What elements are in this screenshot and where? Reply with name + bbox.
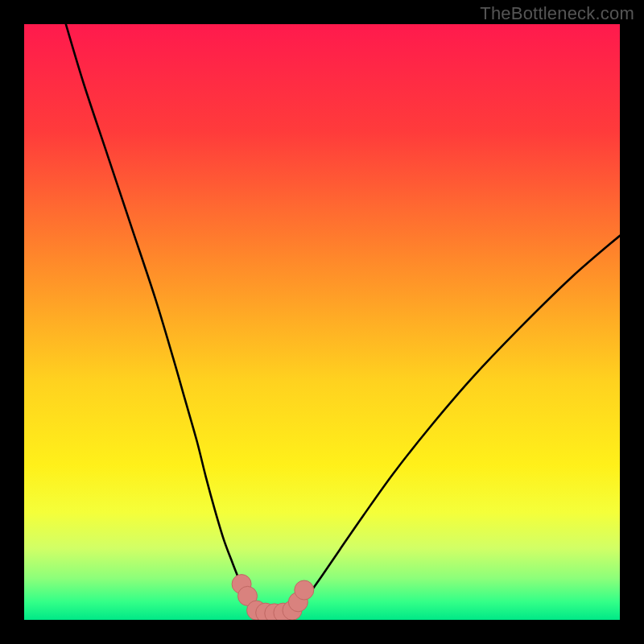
marker-dot bbox=[295, 580, 314, 600]
chart-frame: TheBottleneck.com bbox=[0, 0, 644, 644]
watermark-text: TheBottleneck.com bbox=[480, 3, 634, 24]
chart-svg bbox=[24, 24, 620, 620]
gradient-background bbox=[24, 24, 620, 620]
plot-area bbox=[24, 24, 620, 620]
